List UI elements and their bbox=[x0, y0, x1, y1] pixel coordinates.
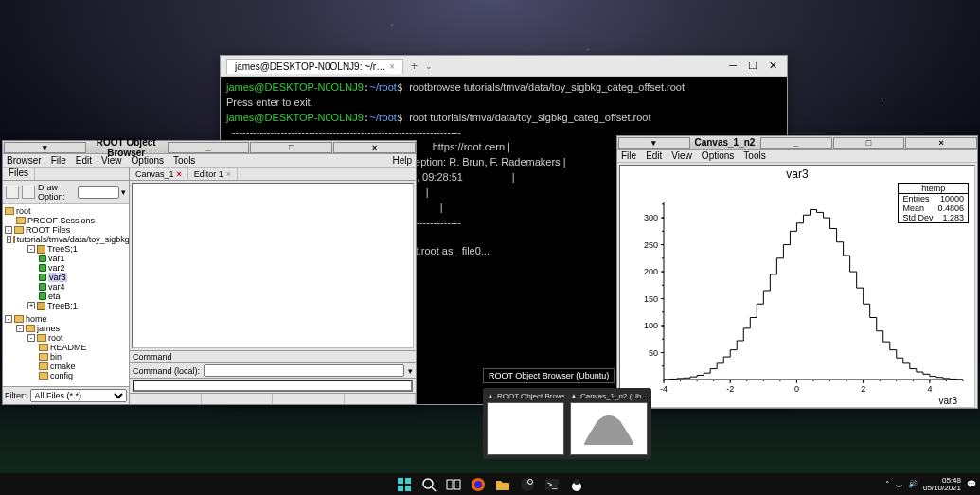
firefox-icon[interactable] bbox=[471, 477, 486, 492]
menu-options[interactable]: Options bbox=[132, 155, 164, 166]
maximize-button[interactable]: ☐ bbox=[748, 60, 757, 72]
search-icon[interactable] bbox=[421, 477, 437, 492]
prompt-user-2: james@DESKTOP-N0OLNJ9 bbox=[226, 112, 364, 123]
collapse-icon[interactable]: - bbox=[5, 315, 12, 323]
tree-node[interactable]: home bbox=[26, 314, 47, 324]
command-input[interactable] bbox=[204, 364, 404, 377]
tab-dropdown-icon[interactable]: ⌄ bbox=[425, 62, 433, 71]
menu-help[interactable]: Help bbox=[392, 155, 412, 166]
collapse-icon[interactable]: - bbox=[27, 245, 35, 253]
stats-box[interactable]: htemp Entries10000 Mean0.4806 Std Dev1.2… bbox=[898, 183, 969, 223]
close-icon[interactable]: × bbox=[389, 62, 395, 72]
clock[interactable]: 05:48 05/10/2021 bbox=[923, 477, 961, 492]
tree-leaf-selected[interactable]: var3 bbox=[48, 273, 67, 282]
leaf-icon bbox=[39, 264, 46, 272]
minimize-button[interactable]: _ bbox=[760, 137, 832, 149]
tree-leaf[interactable]: var2 bbox=[48, 263, 65, 273]
collapse-icon[interactable]: - bbox=[7, 236, 11, 243]
tray-chevron-icon[interactable]: ˄ bbox=[885, 480, 890, 489]
rob-titlebar[interactable]: ▾ ROOT Object Browser _ □ × bbox=[3, 141, 416, 154]
close-button[interactable]: × bbox=[333, 142, 416, 153]
tab-canvas-1[interactable]: Canvas_1× bbox=[130, 168, 188, 180]
tree-node[interactable]: root bbox=[16, 206, 31, 216]
nav-back-button[interactable] bbox=[6, 186, 19, 199]
folder-icon bbox=[5, 207, 14, 215]
menu-file[interactable]: File bbox=[51, 155, 66, 166]
embedded-canvas[interactable] bbox=[132, 183, 414, 348]
tree-leaf[interactable]: var4 bbox=[48, 282, 65, 292]
files-icon[interactable] bbox=[495, 477, 510, 492]
tab-editor-1[interactable]: Editor 1× bbox=[188, 168, 238, 180]
filter-select[interactable]: All Files (*.*) bbox=[30, 389, 128, 402]
folder-icon bbox=[39, 344, 48, 351]
window-menu-icon[interactable]: ▾ bbox=[618, 137, 690, 149]
svg-text:300: 300 bbox=[644, 213, 658, 222]
tree-leaf[interactable]: eta bbox=[48, 292, 61, 301]
canvas-window: ▾ Canvas_1_n2 _ □ × File Edit View Optio… bbox=[616, 135, 978, 409]
minimize-button[interactable]: ─ bbox=[729, 60, 737, 72]
menu-tools[interactable]: Tools bbox=[743, 150, 765, 161]
window-menu-icon[interactable]: ▾ bbox=[4, 142, 86, 153]
canvas-titlebar[interactable]: ▾ Canvas_1_n2 _ □ × bbox=[617, 136, 977, 150]
expand-icon[interactable]: + bbox=[27, 302, 35, 309]
tree-node[interactable]: TreeS;1 bbox=[47, 244, 78, 254]
tree-node[interactable]: bin bbox=[50, 352, 62, 362]
menu-edit[interactable]: Edit bbox=[646, 150, 662, 161]
tree-node[interactable]: TreeB;1 bbox=[47, 301, 78, 310]
linux-icon[interactable] bbox=[569, 477, 584, 492]
tree-node[interactable]: PROOF Sessions bbox=[27, 216, 95, 225]
steam-icon[interactable] bbox=[520, 477, 535, 492]
preview-thumb bbox=[487, 402, 564, 455]
leaf-icon bbox=[39, 274, 46, 281]
minimize-button[interactable]: _ bbox=[168, 142, 250, 153]
wifi-icon[interactable]: ◡ bbox=[896, 480, 902, 488]
maximize-button[interactable]: □ bbox=[833, 137, 905, 149]
tree-node[interactable]: config bbox=[50, 371, 73, 380]
notifications-icon[interactable]: 💬 bbox=[967, 480, 976, 488]
tree-node[interactable]: ROOT Files bbox=[26, 225, 70, 235]
close-icon[interactable]: × bbox=[226, 169, 231, 179]
menu-view[interactable]: View bbox=[671, 150, 692, 161]
menu-tools[interactable]: Tools bbox=[173, 155, 195, 166]
command-output[interactable] bbox=[133, 380, 413, 392]
volume-icon[interactable]: 🔊 bbox=[908, 480, 918, 488]
tree-node[interactable]: james bbox=[37, 324, 60, 333]
menu-edit[interactable]: Edit bbox=[76, 155, 92, 166]
menu-browser[interactable]: Browser bbox=[7, 155, 42, 166]
menu-view[interactable]: View bbox=[101, 155, 122, 166]
taskview-icon[interactable] bbox=[446, 477, 461, 492]
preview-rob[interactable]: ▲ROOT Object Browser (… bbox=[487, 392, 564, 455]
close-button[interactable]: × bbox=[905, 137, 977, 149]
close-icon[interactable]: × bbox=[177, 169, 182, 179]
drawopt-label: Draw Option: bbox=[38, 183, 76, 202]
menu-options[interactable]: Options bbox=[702, 150, 734, 161]
collapse-icon[interactable]: - bbox=[16, 325, 24, 332]
file-tree[interactable]: root PROOF Sessions -ROOT Files -tutoria… bbox=[3, 204, 129, 386]
tree-node[interactable]: tutorials/tmva/data/toy_sigbkg_categ bbox=[17, 235, 129, 244]
dropdown-icon[interactable]: ▾ bbox=[408, 366, 413, 376]
collapse-icon[interactable]: - bbox=[27, 334, 35, 342]
stats-title: htemp bbox=[899, 184, 968, 194]
dropdown-icon[interactable]: ▾ bbox=[121, 187, 126, 197]
stats-value: 0.4806 bbox=[937, 203, 964, 213]
clock-date: 05/10/2021 bbox=[923, 485, 961, 492]
canvas-pad[interactable]: var3 htemp Entries10000 Mean0.4806 Std D… bbox=[619, 165, 975, 408]
preview-canvas[interactable]: ▲Canvas_1_n2 (Ub… bbox=[570, 392, 648, 455]
menu-file[interactable]: File bbox=[621, 150, 636, 161]
tree-node[interactable]: README bbox=[50, 343, 87, 352]
close-button[interactable]: ✕ bbox=[769, 60, 777, 72]
tree-node[interactable]: cmake bbox=[50, 362, 76, 371]
refresh-button[interactable] bbox=[22, 186, 35, 199]
drawopt-input[interactable] bbox=[78, 186, 119, 199]
start-icon[interactable] bbox=[397, 477, 412, 492]
tree-node[interactable]: root bbox=[48, 333, 63, 343]
tab-files[interactable]: Files bbox=[3, 168, 35, 180]
taskbar[interactable]: >_ ˄ ◡ 🔊 05:48 05/10/2021 💬 bbox=[0, 473, 980, 495]
collapse-icon[interactable]: - bbox=[5, 226, 12, 234]
terminal-tab[interactable]: james@DESKTOP-N0OLNJ9: ~/r… × bbox=[226, 59, 403, 74]
new-tab-button[interactable]: + bbox=[403, 60, 425, 73]
maximize-button[interactable]: □ bbox=[250, 142, 332, 153]
terminal-icon[interactable]: >_ bbox=[544, 477, 560, 492]
terminal-tabbar: james@DESKTOP-N0OLNJ9: ~/r… × + ⌄ ─ ☐ ✕ bbox=[221, 56, 787, 77]
tree-leaf[interactable]: var1 bbox=[48, 254, 65, 263]
